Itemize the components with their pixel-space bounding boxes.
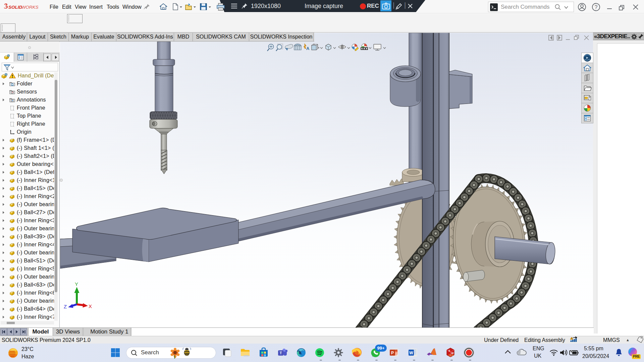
svg-text:SOLID: SOLID — [8, 5, 22, 10]
svg-text:2024: 2024 — [448, 354, 453, 356]
svg-text:?: ? — [595, 4, 598, 10]
svg-text:X: X — [89, 303, 92, 309]
svg-text:P: P — [391, 351, 394, 355]
svg-text:T: T — [280, 351, 282, 355]
svg-text:A: A — [306, 46, 310, 51]
svg-text:WORKS: WORKS — [21, 5, 39, 10]
svg-text:W: W — [409, 351, 413, 355]
svg-text:Z: Z — [64, 304, 67, 309]
svg-text:S: S — [448, 349, 450, 352]
svg-text:Y: Y — [75, 282, 78, 287]
